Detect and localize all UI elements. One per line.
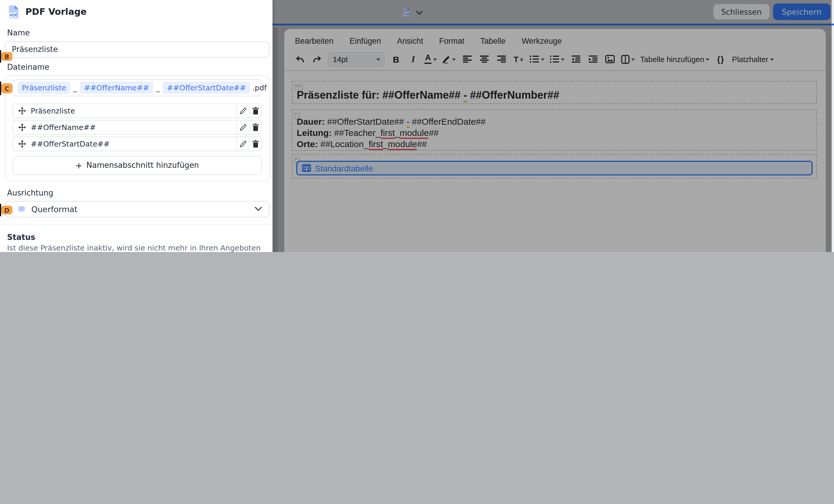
file-extension: .pdf [253, 83, 267, 92]
separator: _ [73, 83, 77, 92]
filename-sections: Präsenzliste ##OfferName## ##OfferStartD… [13, 103, 262, 151]
filename-section-row[interactable]: ##OfferStartDate## [13, 136, 262, 151]
name-input[interactable] [5, 41, 269, 58]
section-divider [0, 224, 272, 225]
orientation-label: Ausrichtung [7, 188, 269, 198]
landscape-icon [18, 206, 25, 212]
delete-icon[interactable] [249, 104, 261, 117]
status-heading: Status [7, 232, 269, 242]
name-label: Name [7, 28, 269, 38]
annotation-badge-b[interactable]: B [1, 52, 13, 61]
modal-overlay[interactable] [272, 0, 832, 252]
drawer-title: PDF Vorlage [25, 6, 87, 17]
plus-icon: + [75, 160, 82, 170]
section-text: ##OfferName## [31, 122, 237, 132]
drawer-body: Name Dateiname Präsenzliste _ ##OfferNam… [0, 25, 272, 252]
drag-handle-icon[interactable] [18, 140, 26, 147]
pdf-file-icon: PDF [8, 5, 20, 19]
separator: _ [156, 83, 160, 92]
add-name-section-button[interactable]: + Namensabschnitt hinzufügen [13, 156, 262, 175]
page-scrollbar[interactable] [832, 0, 834, 252]
app-screen: PDF Schliessen Speichern Bearbeiten Einf… [0, 0, 834, 252]
status-description: Ist diese Präsenzliste inaktiv, wird sie… [7, 243, 269, 252]
filename-section-row[interactable]: Präsenzliste [13, 103, 262, 118]
orientation-value: Querformat [31, 204, 248, 213]
section-text: Präsenzliste [31, 106, 237, 115]
filename-preview: Präsenzliste _ ##OfferName## _ ##OfferSt… [13, 79, 262, 96]
filename-card: Präsenzliste _ ##OfferName## _ ##OfferSt… [5, 75, 269, 181]
delete-icon[interactable] [249, 120, 261, 134]
orientation-select[interactable]: Querformat [5, 201, 269, 217]
annotation-badge-d[interactable]: D [1, 206, 13, 214]
filename-chip: Präsenzliste [18, 81, 70, 94]
pdf-template-drawer: PDF PDF Vorlage Name Dateiname Präsenzli… [0, 0, 272, 252]
drawer-header: PDF PDF Vorlage [0, 0, 272, 24]
filename-label: Dateiname [7, 62, 269, 72]
svg-text:PDF: PDF [9, 13, 17, 18]
chevron-down-icon [255, 207, 262, 211]
edit-icon[interactable] [237, 120, 249, 134]
filename-section-row[interactable]: ##OfferName## [13, 120, 262, 134]
filename-chip: ##OfferStartDate## [163, 81, 250, 94]
filename-chip: ##OfferName## [80, 81, 153, 94]
annotation-badge-c[interactable]: C [1, 83, 13, 93]
section-text: ##OfferStartDate## [31, 139, 237, 148]
drag-handle-icon[interactable] [18, 107, 26, 114]
edit-icon[interactable] [237, 104, 249, 117]
edit-icon[interactable] [237, 137, 249, 151]
drag-handle-icon[interactable] [18, 123, 26, 131]
add-name-section-label: Namensabschnitt hinzufügen [86, 161, 199, 169]
delete-icon[interactable] [249, 137, 261, 151]
